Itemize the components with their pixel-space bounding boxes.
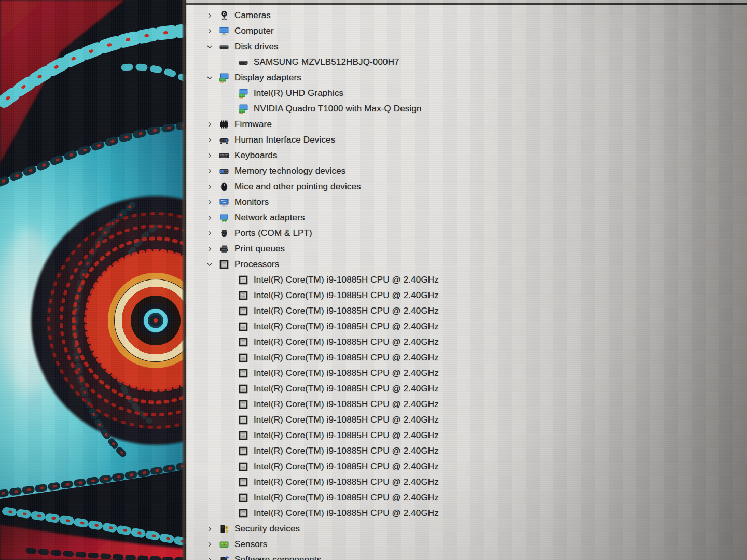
chevron-right-icon[interactable]	[205, 212, 214, 223]
tree-child-item[interactable]: Intel(R) Core(TM) i9-10885H CPU @ 2.40GH…	[186, 272, 747, 288]
tree-child-item[interactable]: Intel(R) Core(TM) i9-10885H CPU @ 2.40GH…	[186, 366, 747, 381]
tree-item-print-queues[interactable]: Print queues	[186, 241, 747, 257]
display-adapter-icon	[237, 103, 249, 115]
tree-item-security-devices[interactable]: Security devices	[186, 521, 747, 537]
chevron-right-icon[interactable]	[205, 134, 214, 146]
tree-item-label: Intel(R) Core(TM) i9-10885H CPU @ 2.40GH…	[254, 306, 439, 316]
software-icon	[218, 554, 230, 560]
camera-icon	[218, 10, 230, 21]
chevron-right-icon[interactable]	[205, 181, 214, 192]
sensor-icon	[218, 539, 230, 550]
computer-icon	[218, 25, 230, 37]
tree-item-label: Intel(R) UHD Graphics	[254, 88, 343, 99]
tree-item-label: Cameras	[234, 10, 271, 21]
printer-icon	[218, 243, 230, 255]
chevron-right-icon[interactable]	[205, 165, 214, 177]
tree-item-label: Print queues	[234, 244, 285, 254]
tree-item-software-components[interactable]: Software components	[186, 552, 747, 560]
tree-item-sensors[interactable]: Sensors	[186, 537, 747, 552]
tree-child-item[interactable]: SAMSUNG MZVLB512HBJQ-000H7	[186, 54, 747, 70]
tree-item-label: Intel(R) Core(TM) i9-10885H CPU @ 2.40GH…	[254, 321, 439, 332]
tree-item-label: Intel(R) Core(TM) i9-10885H CPU @ 2.40GH…	[254, 399, 439, 410]
tree-child-item[interactable]: Intel(R) Core(TM) i9-10885H CPU @ 2.40GH…	[186, 334, 747, 350]
tree-child-item[interactable]: NVIDIA Quadro T1000 with Max-Q Design	[186, 101, 747, 117]
processor-icon	[237, 337, 249, 348]
tree-child-item[interactable]: Intel(R) Core(TM) i9-10885H CPU @ 2.40GH…	[186, 506, 747, 521]
tree-child-item[interactable]: Intel(R) Core(TM) i9-10885H CPU @ 2.40GH…	[186, 412, 747, 428]
tree-item-label: Firmware	[234, 119, 272, 130]
tree-item-monitors[interactable]: Monitors	[186, 194, 747, 210]
processor-icon	[237, 399, 249, 410]
screen-photo: CamerasComputerDisk drivesSAMSUNG MZVLB5…	[0, 0, 747, 560]
tree-item-label: Computer	[234, 26, 274, 36]
tree-item-label: Mice and other pointing devices	[234, 181, 361, 192]
tree-item-label: Disk drives	[234, 41, 279, 52]
tree-item-keyboards[interactable]: Keyboards	[186, 148, 747, 163]
tree-item-label: Intel(R) Core(TM) i9-10885H CPU @ 2.40GH…	[254, 275, 439, 285]
keyboard-icon	[218, 150, 230, 161]
tree-child-item[interactable]: Intel(R) Core(TM) i9-10885H CPU @ 2.40GH…	[186, 381, 747, 397]
tree-child-item[interactable]: Intel(R) Core(TM) i9-10885H CPU @ 2.40GH…	[186, 397, 747, 412]
tree-child-item[interactable]: Intel(R) Core(TM) i9-10885H CPU @ 2.40GH…	[186, 474, 747, 490]
tree-child-item[interactable]: Intel(R) Core(TM) i9-10885H CPU @ 2.40GH…	[186, 350, 747, 366]
tree-item-network-adapters[interactable]: Network adapters	[186, 210, 747, 226]
network-icon	[218, 212, 230, 223]
processor-icon	[237, 461, 249, 472]
tree-item-display-adapters[interactable]: Display adapters	[186, 70, 747, 86]
device-manager-window: CamerasComputerDisk drivesSAMSUNG MZVLB5…	[186, 0, 747, 560]
tree-child-item[interactable]: Intel(R) Core(TM) i9-10885H CPU @ 2.40GH…	[186, 428, 747, 443]
chevron-down-icon[interactable]	[205, 72, 214, 83]
tree-child-item[interactable]: Intel(R) Core(TM) i9-10885H CPU @ 2.40GH…	[186, 459, 747, 474]
chevron-right-icon[interactable]	[205, 228, 214, 239]
tree-item-label: Monitors	[234, 197, 269, 207]
monitor-icon	[218, 197, 230, 208]
tree-item-label: Intel(R) Core(TM) i9-10885H CPU @ 2.40GH…	[254, 415, 439, 425]
mouse-icon	[218, 181, 230, 192]
tree-child-item[interactable]: Intel(R) Core(TM) i9-10885H CPU @ 2.40GH…	[186, 490, 747, 506]
tree-item-label: Intel(R) Core(TM) i9-10885H CPU @ 2.40GH…	[254, 461, 439, 472]
tree-item-mice-and-other-pointing-devices[interactable]: Mice and other pointing devices	[186, 179, 747, 194]
tree-item-label: Intel(R) Core(TM) i9-10885H CPU @ 2.40GH…	[254, 368, 439, 379]
tree-item-label: Processors	[234, 259, 280, 270]
processor-icon	[237, 414, 249, 426]
chevron-right-icon[interactable]	[205, 150, 214, 161]
chevron-right-icon[interactable]	[205, 523, 214, 535]
processor-icon	[237, 430, 249, 441]
processor-icon	[218, 259, 230, 270]
tree-item-memory-technology-devices[interactable]: Memory technology devices	[186, 163, 747, 179]
tree-item-label: Intel(R) Core(TM) i9-10885H CPU @ 2.40GH…	[254, 477, 439, 487]
tree-child-item[interactable]: Intel(R) Core(TM) i9-10885H CPU @ 2.40GH…	[186, 288, 747, 303]
tree-item-label: Intel(R) Core(TM) i9-10885H CPU @ 2.40GH…	[254, 493, 439, 503]
tree-item-firmware[interactable]: Firmware	[186, 117, 747, 132]
tree-item-cameras[interactable]: Cameras	[186, 8, 747, 23]
chevron-right-icon[interactable]	[205, 197, 214, 208]
tree-item-label: Intel(R) Core(TM) i9-10885H CPU @ 2.40GH…	[254, 430, 439, 441]
tree-child-item[interactable]: Intel(R) UHD Graphics	[186, 86, 747, 101]
ports-icon	[218, 228, 230, 239]
processor-icon	[237, 368, 249, 379]
tree-item-computer[interactable]: Computer	[186, 23, 747, 39]
tree-item-disk-drives[interactable]: Disk drives	[186, 39, 747, 54]
chevron-right-icon[interactable]	[205, 243, 214, 255]
tree-child-item[interactable]: Intel(R) Core(TM) i9-10885H CPU @ 2.40GH…	[186, 303, 747, 319]
tree-item-label: Intel(R) Core(TM) i9-10885H CPU @ 2.40GH…	[254, 290, 439, 301]
tree-item-processors[interactable]: Processors	[186, 257, 747, 272]
tree-child-item[interactable]: Intel(R) Core(TM) i9-10885H CPU @ 2.40GH…	[186, 443, 747, 459]
tree-item-label: Intel(R) Core(TM) i9-10885H CPU @ 2.40GH…	[254, 384, 439, 394]
processor-icon	[237, 492, 249, 503]
chevron-right-icon[interactable]	[205, 10, 214, 21]
disk-icon	[237, 57, 249, 68]
tree-item-label: Network adapters	[234, 213, 305, 223]
tree-item-label: Sensors	[234, 539, 267, 550]
chevron-right-icon[interactable]	[205, 539, 214, 550]
tree-child-item[interactable]: Intel(R) Core(TM) i9-10885H CPU @ 2.40GH…	[186, 319, 747, 334]
chevron-down-icon[interactable]	[205, 259, 214, 270]
tree-item-human-interface-devices[interactable]: Human Interface Devices	[186, 132, 747, 148]
chevron-right-icon[interactable]	[205, 554, 214, 560]
tree-item-label: Security devices	[234, 524, 300, 534]
chevron-right-icon[interactable]	[205, 25, 214, 37]
chevron-right-icon[interactable]	[205, 119, 214, 130]
processor-icon	[237, 305, 249, 317]
chevron-down-icon[interactable]	[205, 41, 214, 52]
tree-item-ports-com-lpt[interactable]: Ports (COM & LPT)	[186, 226, 747, 241]
